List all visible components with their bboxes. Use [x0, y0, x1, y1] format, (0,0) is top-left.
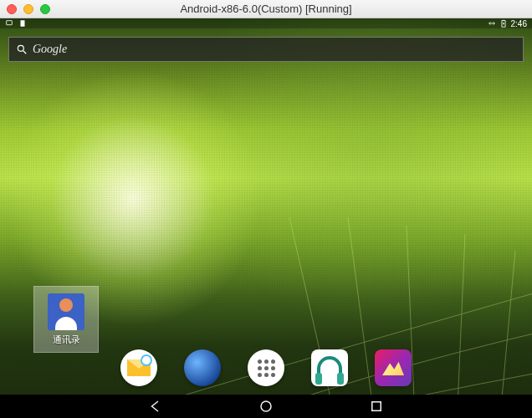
headphones-icon — [317, 356, 342, 380]
search-icon — [16, 43, 28, 55]
app-drawer-button[interactable] — [248, 349, 284, 386]
music-app[interactable] — [311, 349, 348, 386]
back-icon — [148, 399, 163, 414]
mail-at-icon — [141, 354, 152, 366]
notification-icon — [5, 19, 13, 28]
svg-point-6 — [261, 401, 271, 411]
traffic-lights — [7, 4, 50, 14]
contacts-icon — [48, 293, 84, 330]
svg-rect-0 — [7, 21, 13, 25]
android-navbar — [0, 395, 532, 418]
svg-line-5 — [23, 51, 27, 54]
apps-icon — [258, 359, 275, 377]
clock: 2:46 — [511, 19, 527, 28]
mac-titlebar: Android-x86-6.0(Custom) [Running] — [0, 0, 532, 18]
zoom-window-button[interactable] — [40, 4, 50, 14]
recent-icon — [369, 399, 384, 414]
dock — [0, 344, 532, 391]
svg-rect-1 — [21, 20, 25, 27]
storage-icon — [18, 19, 27, 28]
ethernet-icon — [488, 19, 496, 28]
browser-app[interactable] — [184, 349, 221, 386]
svg-rect-7 — [372, 402, 381, 411]
home-icon — [258, 399, 274, 414]
android-statusbar[interactable]: 2:46 — [0, 18, 532, 28]
recent-button[interactable] — [367, 397, 386, 415]
contacts-app-shortcut[interactable]: 通讯录 — [33, 286, 99, 353]
back-button[interactable] — [146, 397, 165, 415]
svg-rect-3 — [503, 20, 504, 21]
gallery-app[interactable] — [375, 349, 412, 386]
svg-point-4 — [18, 45, 23, 51]
minimize-window-button[interactable] — [23, 4, 33, 14]
home-button[interactable] — [257, 397, 275, 415]
battery-icon — [499, 19, 508, 28]
window-title: Android-x86-6.0(Custom) [Running] — [0, 3, 532, 15]
mail-app[interactable] — [120, 349, 157, 386]
google-search-widget[interactable]: Google — [8, 37, 524, 62]
gallery-icon — [382, 360, 404, 375]
android-screen: 2:46 Google 通讯录 — [0, 18, 532, 418]
search-placeholder: Google — [33, 43, 67, 56]
close-window-button[interactable] — [7, 4, 17, 14]
